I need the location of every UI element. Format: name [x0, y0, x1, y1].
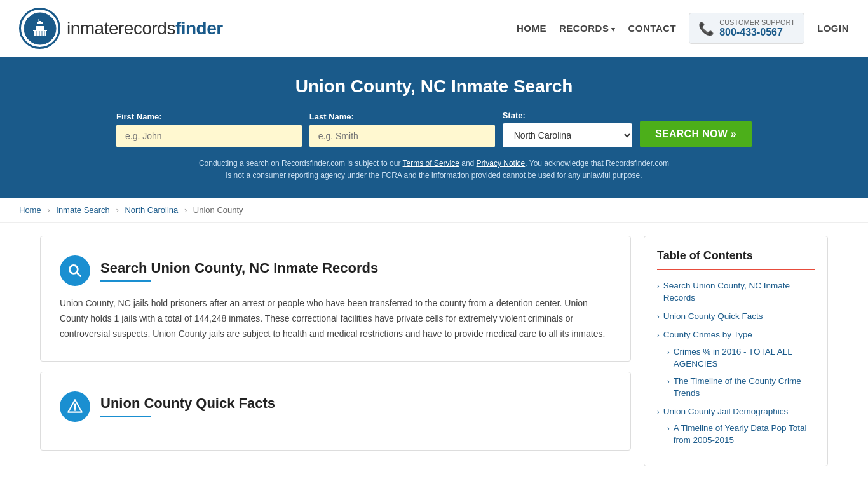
last-name-label: Last Name: [309, 112, 495, 121]
content-area: Search Union County, NC Inmate Records U… [40, 236, 631, 466]
toc-item-timeline: › The Timeline of the County Crime Trend… [667, 376, 815, 400]
svg-rect-6 [36, 26, 44, 30]
toc-item-crimes: › County Crimes by Type › Crimes % in 20… [657, 329, 815, 399]
sidebar: Table of Contents › Search Union County,… [644, 236, 828, 466]
chevron-icon: › [667, 377, 670, 386]
section-underline [100, 280, 151, 282]
last-name-group: Last Name: [309, 112, 495, 147]
nav-login[interactable]: LOGIN [817, 23, 849, 34]
support-info: CUSTOMER SUPPORT 800-433-0567 [719, 18, 795, 38]
search-form: First Name: Last Name: State: North Caro… [116, 111, 752, 147]
breadcrumb-sep-1: › [47, 205, 50, 215]
toc-link-crimes[interactable]: › County Crimes by Type [657, 329, 815, 341]
quick-facts-title: Union County Quick Facts [100, 395, 275, 412]
first-name-group: First Name: [116, 112, 302, 147]
breadcrumb: Home › Inmate Search › North Carolina › … [0, 198, 868, 223]
quick-facts-title-area: Union County Quick Facts [100, 395, 275, 417]
svg-point-15 [74, 409, 76, 411]
breadcrumb-north-carolina[interactable]: North Carolina [125, 205, 178, 215]
nav-records[interactable]: RECORDS [559, 23, 616, 34]
state-dropdown[interactable]: North Carolina Alabama Alaska Arizona Ca… [503, 123, 632, 147]
search-records-header: Search Union County, NC Inmate Records [60, 255, 611, 286]
search-records-body: Union County, NC jails hold prisoners af… [60, 296, 611, 341]
main-nav: HOME RECORDS CONTACT 📞 CUSTOMER SUPPORT … [517, 13, 849, 44]
first-name-input[interactable] [116, 125, 302, 147]
hero-disclaimer: Conducting a search on Recordsfinder.com… [196, 158, 672, 182]
svg-rect-8 [39, 31, 40, 36]
search-button[interactable]: SEARCH NOW » [640, 121, 752, 147]
toc-link-demographics[interactable]: › Union County Jail Demographics [657, 406, 815, 418]
chevron-icon: › [667, 424, 670, 433]
logo-icon [19, 8, 60, 49]
svg-line-13 [77, 273, 81, 276]
quick-facts-underline [100, 416, 151, 417]
main-content: Search Union County, NC Inmate Records U… [21, 236, 847, 466]
quick-facts-header: Union County Quick Facts [60, 391, 611, 422]
nav-home[interactable]: HOME [517, 23, 546, 34]
breadcrumb-inmate-search[interactable]: Inmate Search [56, 205, 110, 215]
toc-item-demographics: › Union County Jail Demographics › A Tim… [657, 406, 815, 447]
toc-sub-list: › Crimes % in 2016 - TOTAL ALL AGENCIES … [667, 346, 815, 400]
toc-sub-list-2: › A Timeline of Yearly Data Pop Total fr… [667, 423, 815, 447]
support-number: 800-433-0567 [719, 27, 795, 38]
toc-item-crimes-2016: › Crimes % in 2016 - TOTAL ALL AGENCIES [667, 346, 815, 370]
toc-item-quick-facts: › Union County Quick Facts [657, 311, 815, 323]
logo-text-bold: finder [175, 18, 223, 38]
breadcrumb-union-county: Union County [193, 205, 243, 215]
hero-section: Union County, NC Inmate Search First Nam… [0, 57, 868, 198]
chevron-icon: › [657, 281, 660, 291]
toc-link-timeline[interactable]: › The Timeline of the County Crime Trend… [667, 376, 815, 400]
nav-contact[interactable]: CONTACT [628, 23, 677, 34]
hero-title: Union County, NC Inmate Search [25, 76, 843, 97]
breadcrumb-home[interactable]: Home [19, 205, 41, 215]
breadcrumb-sep-3: › [184, 205, 187, 215]
toc-link-yearly[interactable]: › A Timeline of Yearly Data Pop Total fr… [667, 423, 815, 447]
toc-list: › Search Union County, NC Inmate Records… [657, 280, 815, 447]
search-records-title: Search Union County, NC Inmate Records [100, 260, 378, 276]
chevron-icon: › [657, 312, 660, 322]
svg-rect-7 [36, 31, 37, 36]
toc-item-search: › Search Union County, NC Inmate Records [657, 280, 815, 304]
svg-rect-11 [39, 36, 41, 37]
logo-area: inmaterecordsfinder [19, 8, 223, 49]
terms-link[interactable]: Terms of Service [403, 159, 459, 168]
breadcrumb-sep-2: › [116, 205, 118, 215]
last-name-input[interactable] [309, 125, 495, 147]
chevron-icon: › [657, 330, 660, 340]
header: inmaterecordsfinder HOME RECORDS CONTACT… [0, 0, 868, 57]
svg-rect-9 [41, 31, 43, 36]
chevron-icon: › [657, 407, 660, 417]
toc-link-crimes-2016[interactable]: › Crimes % in 2016 - TOTAL ALL AGENCIES [667, 346, 815, 370]
privacy-link[interactable]: Privacy Notice [477, 159, 526, 168]
first-name-label: First Name: [116, 112, 302, 121]
state-group: State: North Carolina Alabama Alaska Ari… [503, 111, 632, 147]
sidebar-title: Table of Contents [657, 249, 815, 262]
toc-link-quick-facts[interactable]: › Union County Quick Facts [657, 311, 815, 323]
search-records-card: Search Union County, NC Inmate Records U… [40, 236, 631, 361]
logo-text-light: inmaterecords [67, 18, 175, 38]
customer-support-button[interactable]: 📞 CUSTOMER SUPPORT 800-433-0567 [689, 13, 804, 44]
phone-icon: 📞 [698, 21, 714, 36]
toc-item-yearly: › A Timeline of Yearly Data Pop Total fr… [667, 423, 815, 447]
quick-facts-card: Union County Quick Facts [40, 372, 631, 451]
chevron-icon: › [667, 348, 670, 357]
logo-text: inmaterecordsfinder [67, 18, 223, 39]
svg-rect-3 [38, 19, 39, 22]
alert-icon-circle [60, 391, 90, 422]
search-icon-circle [60, 255, 90, 286]
sidebar-underline [657, 269, 815, 270]
support-label: CUSTOMER SUPPORT [719, 18, 795, 27]
sidebar-card: Table of Contents › Search Union County,… [644, 236, 828, 466]
search-records-title-area: Search Union County, NC Inmate Records [100, 260, 378, 282]
toc-link-search[interactable]: › Search Union County, NC Inmate Records [657, 280, 815, 304]
svg-rect-10 [44, 31, 45, 36]
state-label: State: [503, 111, 632, 120]
